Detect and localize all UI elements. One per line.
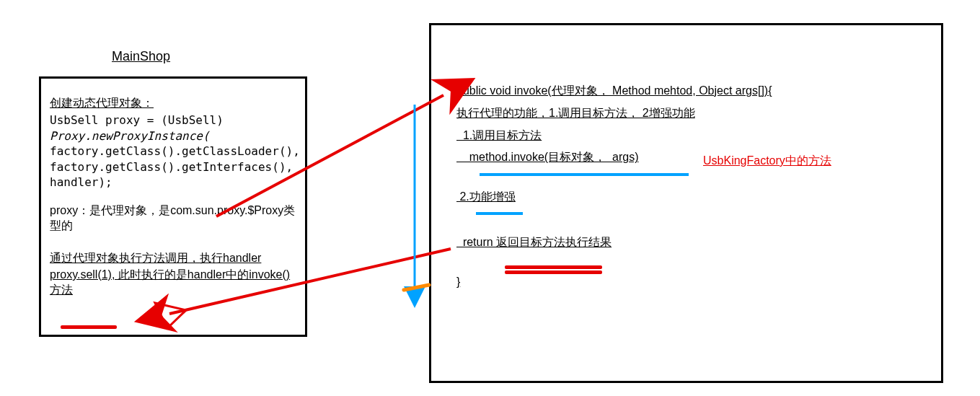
left-l9: proxy.sell(1), 此时执行的是handler中的invoke()方法 — [50, 268, 296, 298]
orange-accent — [404, 285, 429, 290]
red-note-usbkingfactory: UsbKingFactory中的方法 — [703, 154, 831, 169]
left-l4: factory.getClass().getClassLoader(), — [50, 144, 296, 159]
left-l1: 创建动态代理对象： — [50, 96, 296, 111]
right-box: public void invoke(代理对象， Method mehtod, … — [429, 23, 943, 383]
left-l6: handler); — [50, 175, 296, 190]
left-l7: proxy：是代理对象，是com.sun.proxy.$Proxy类型的 — [50, 203, 296, 234]
right-content: public void invoke(代理对象， Method mehtod, … — [431, 25, 941, 302]
left-content: 创建动态代理对象： UsbSell proxy = (UsbSell) Prox… — [41, 79, 305, 307]
left-l3: Proxy.newProxyInstance( — [50, 128, 296, 144]
left-l5: factory.getClass().getInterfaces(), — [50, 159, 296, 175]
red-underline-return-2 — [505, 270, 602, 274]
left-l8: 通过代理对象执行方法调用，执行handler — [50, 251, 296, 266]
blue-underline-enhance — [476, 212, 523, 215]
right-l2: 执行代理的功能，1.调用目标方法， 2增强功能 — [456, 103, 923, 124]
red-underline-proxysell — [61, 325, 117, 329]
left-l3-text: Proxy.newProxyInstance( — [50, 129, 210, 143]
red-underline-return — [505, 265, 602, 269]
left-title: MainShop — [112, 49, 170, 64]
right-l7: } — [456, 272, 923, 293]
left-box: 创建动态代理对象： UsbSell proxy = (UsbSell) Prox… — [39, 76, 307, 337]
right-l1: public void invoke(代理对象， Method mehtod, … — [456, 81, 923, 102]
right-l3: 1.调用目标方法 — [456, 126, 923, 146]
blue-underline-method-invoke — [480, 173, 689, 176]
right-l5: 2.功能增强 — [456, 187, 923, 208]
left-l2: UsbSell proxy = (UsbSell) — [50, 113, 296, 128]
right-l6: return 返回目标方法执行结果 — [456, 232, 923, 253]
right-l4: method.invoke(目标对象， args) — [456, 147, 923, 168]
